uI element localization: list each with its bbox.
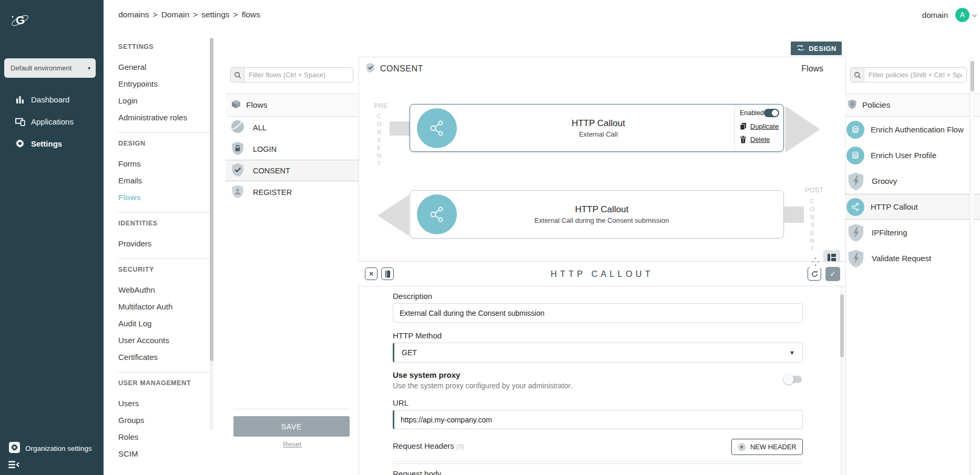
flows-column: Flows ALL LOGIN [226,29,359,475]
documentation-button[interactable] [381,267,394,280]
flows-header-label: Flows [246,100,267,110]
policy-item-enrich-authentication-flow[interactable]: Enrich Authentication Flow [845,117,980,142]
divider [118,132,210,133]
scrollbar-thumb[interactable] [971,61,974,91]
delete-button[interactable]: Delete [740,136,779,143]
shield-bolt-icon [846,249,865,268]
flow-node-http-callout-pre[interactable]: HTTP Callout External Call Enabled Dupli… [410,104,784,152]
breadcrumb-separator: > [193,10,198,19]
shield-lock-icon [231,141,244,157]
description-label: Description [393,292,432,301]
policy-item-groovy[interactable]: Groovy [845,168,980,194]
shield-user-icon [231,184,244,200]
http-method-select[interactable]: GET ▼ [393,343,803,363]
breadcrumb-domain[interactable]: Domain [161,10,189,19]
policy-form: Description HTTP Method GET ▼ Use system… [393,286,803,475]
use-system-proxy-label: Use system proxy [393,370,460,379]
avatar[interactable]: A [955,8,969,22]
http-method-value: GET [402,348,417,357]
sidebar-item-label: Applications [31,117,74,126]
breadcrumb-settings[interactable]: settings [201,10,229,19]
breadcrumb-separator: > [233,10,238,19]
flow-item-login[interactable]: LOGIN [226,138,359,160]
drag-dots-icon [811,261,820,262]
flow-item-register[interactable]: REGISTER [226,181,359,203]
policies-column: Policies Enrich Authentication Flow Enri… [845,29,980,475]
policy-item-label: Groovy [872,177,897,185]
doc-icon [385,270,391,278]
trash-icon [740,136,747,143]
menu-item-scim[interactable]: SCIM [118,446,226,462]
chevron-down-icon: ▾ [88,65,90,71]
collapse-sidebar-button[interactable] [8,461,19,471]
panel-resize-handle[interactable]: ▼ ▲ [810,255,821,268]
main-area: domains > Domain > settings > flows doma… [104,0,980,475]
pre-lane-word: CONSENT [376,113,382,168]
close-panel-button[interactable]: × [365,267,377,280]
enabled-row: Enabled [740,109,779,117]
sidebar: G Default environment ▾ Dashboard Applic… [0,0,104,475]
save-button[interactable]: SAVE [233,416,350,437]
chevron-down-icon[interactable] [972,10,977,19]
gravitee-logo: G [9,11,30,33]
design-button[interactable]: DESIGN [791,42,842,55]
new-header-label: NEW HEADER [750,443,797,451]
reset-policy-button[interactable] [808,267,821,281]
sidebar-item-applications[interactable]: Applications [0,110,104,132]
flow-item-all[interactable]: ALL [226,117,359,138]
url-input[interactable] [393,410,803,429]
enabled-toggle[interactable] [764,109,779,117]
policy-item-http-callout[interactable]: HTTP Callout [845,194,980,220]
organization-settings-link[interactable]: Organization settings [8,441,92,455]
scrollbar-thumb[interactable] [210,38,213,361]
share-nodes-icon [417,194,457,234]
policy-item-ipfiltering[interactable]: IPFiltering [845,220,980,245]
policies-filter-input[interactable] [864,68,966,82]
duplicate-button[interactable]: Duplicate [740,122,779,130]
devices-icon [15,117,25,126]
breadcrumb-flows[interactable]: flows [242,10,260,19]
flows-filter [230,67,353,82]
environment-selector[interactable]: Default environment ▾ [4,58,96,78]
topbar-user-area: domain A [922,8,977,22]
policy-item-validate-request[interactable]: Validate Request [845,245,980,271]
policy-panel-title: HTTP CALLOUT [359,269,845,279]
breadcrumb-domains[interactable]: domains [118,10,149,19]
flow-item-label: LOGIN [253,145,277,153]
flow-editor-header: CONSENT Flows [359,57,845,80]
node-title: HTTP Callout [462,204,741,215]
flow-item-consent[interactable]: CONSENT [226,160,359,181]
divider [118,372,210,373]
organization-settings-label: Organization settings [25,445,92,452]
select-arrow-icon: ▼ [789,349,795,356]
use-system-proxy-toggle[interactable] [784,376,802,383]
settings-menu-scrollbar [210,38,213,429]
divider [233,409,350,409]
flow-editor: DESIGN CONSENT Flows PRE CONSENT [359,29,845,475]
policy-form-scrollbar [840,286,844,475]
node-subtitle: External Call during the Consent submiss… [462,216,741,224]
apply-policy-button[interactable]: ✓ [825,267,840,281]
menu-item-roles[interactable]: Roles [118,429,226,446]
sidebar-item-dashboard[interactable]: Dashboard [0,88,104,110]
delete-label: Delete [750,136,770,143]
description-input[interactable] [393,303,803,323]
reset-link[interactable]: Reset [226,440,359,448]
flows-filter-input[interactable] [244,68,353,82]
layout-icon [828,254,836,261]
settings-menu: SETTINGS General Entrypoints Login Admin… [104,29,226,475]
policy-item-label: IPFiltering [872,228,907,237]
sidebar-item-settings[interactable]: Settings [0,132,104,154]
flow-node-http-callout-post[interactable]: HTTP Callout External Call during the Co… [410,190,784,239]
node-text: HTTP Callout External Call [457,118,734,138]
use-system-proxy-hint: Use the system proxy configured by your … [393,381,573,390]
duplicate-label: Duplicate [750,122,779,130]
request-headers-count: (0) [456,443,464,450]
search-icon [851,68,864,82]
new-header-button[interactable]: + NEW HEADER [731,439,803,455]
shield-check-icon [365,63,375,75]
flow-item-label: CONSENT [253,167,290,175]
scrollbar-thumb[interactable] [840,294,844,357]
policy-item-enrich-user-profile[interactable]: Enrich User Profile [845,142,980,168]
request-headers-label: Request Headers (0) [393,441,464,450]
